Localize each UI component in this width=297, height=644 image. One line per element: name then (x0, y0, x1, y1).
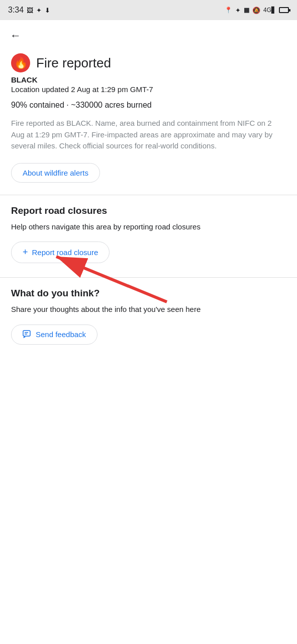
divider-2 (0, 277, 297, 278)
report-road-closure-label: Report road closure (32, 248, 98, 257)
status-bluetooth-icon: ✦ (235, 7, 241, 14)
status-right-icons: 📍 ✦ ▦ 🔕 4G▋ (225, 7, 289, 14)
fire-header: 🔥 Fire reported (11, 53, 286, 72)
road-closures-description: Help others navigate this area by report… (11, 221, 286, 233)
road-closures-title: Report road closures (11, 205, 286, 216)
road-closures-section: Report road closures Help others navigat… (0, 205, 297, 278)
send-feedback-label: Send feedback (36, 330, 86, 339)
report-btn-container: + Report road closure (11, 242, 110, 277)
status-signal-icon: 4G▋ (263, 7, 276, 14)
fire-location: Location updated 2 Aug at 1:29 pm GMT-7 (11, 85, 286, 94)
feedback-section: What do you think? Share your thoughts a… (0, 288, 297, 365)
plus-icon: + (23, 247, 28, 258)
fire-title: Fire reported (36, 55, 111, 71)
status-photo-icon: 🖼 (27, 7, 33, 14)
status-battery-icon (279, 7, 289, 13)
status-mute-icon: 🔕 (252, 7, 260, 14)
status-network-icon: ▦ (244, 7, 249, 14)
back-row: ← (0, 20, 297, 49)
fire-icon: 🔥 (11, 53, 30, 72)
fire-stats: 90% contained · ~330000 acres burned (11, 101, 286, 110)
svg-text:🔥: 🔥 (14, 56, 28, 69)
feedback-title: What do you think? (11, 288, 286, 299)
about-wildfire-alerts-label: About wildfire alerts (23, 169, 88, 177)
status-location-icon: 📍 (225, 7, 232, 14)
fire-name: BLACK (11, 75, 286, 84)
status-time: 3:34 (8, 6, 24, 15)
about-wildfire-alerts-button[interactable]: About wildfire alerts (11, 163, 100, 183)
feedback-description: Share your thoughts about the info that … (11, 304, 286, 315)
report-road-closure-button[interactable]: + Report road closure (11, 242, 110, 263)
back-button[interactable]: ← (8, 27, 23, 44)
status-download-icon: ⬇ (45, 7, 50, 14)
fire-description: Fire reported as BLACK. Name, area burne… (11, 118, 286, 152)
divider-1 (0, 195, 297, 195)
svg-rect-4 (23, 331, 30, 336)
status-star-icon: ✦ (36, 7, 42, 14)
feedback-icon (23, 330, 32, 339)
status-bar: 3:34 🖼 ✦ ⬇ 📍 ✦ ▦ 🔕 4G▋ (0, 0, 297, 20)
send-feedback-button[interactable]: Send feedback (11, 325, 97, 345)
main-content: 🔥 Fire reported BLACK Location updated 2… (0, 49, 297, 195)
